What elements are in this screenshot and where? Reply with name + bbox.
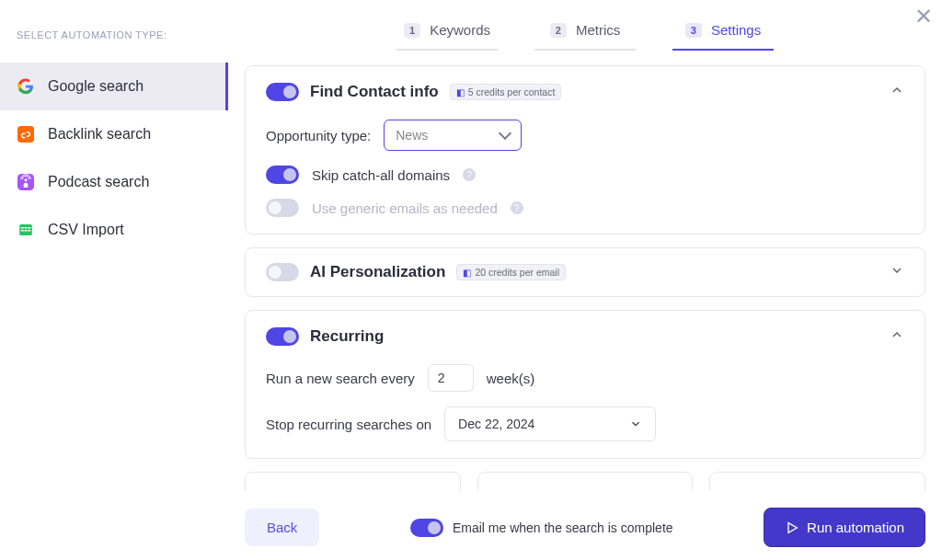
footer: Back Email me when the search is complet…	[245, 491, 925, 560]
svg-rect-4	[21, 227, 24, 229]
step-metrics[interactable]: 2 Metrics	[534, 15, 636, 51]
stepper: 1 Keywords 2 Metrics 3 Settings	[245, 0, 925, 60]
chevron-up-icon[interactable]	[890, 327, 904, 346]
sidebar-item-csv-import[interactable]: CSV Import	[0, 206, 228, 254]
run-every-input[interactable]	[428, 364, 474, 392]
step-label: Keywords	[430, 22, 490, 38]
credits-icon: ◧	[463, 268, 471, 278]
run-automation-button[interactable]: Run automation	[764, 508, 925, 547]
main-panel: ✕ 1 Keywords 2 Metrics 3 Settings Find C…	[228, 0, 942, 560]
step-number: 2	[550, 23, 567, 38]
toggle-generic-emails[interactable]	[266, 199, 299, 217]
step-label: Metrics	[576, 22, 620, 38]
step-label: Settings	[711, 22, 761, 38]
google-icon	[17, 77, 35, 96]
generic-emails-label: Use generic emails as needed	[312, 200, 498, 216]
stop-on-label: Stop recurring searches on	[266, 417, 431, 432]
step-settings[interactable]: 3 Settings	[672, 15, 774, 51]
toggle-email-complete[interactable]	[410, 519, 443, 537]
stop-date-select[interactable]: Dec 22, 2024	[444, 406, 656, 441]
toggle-ai-personalization[interactable]	[266, 263, 299, 281]
chevron-up-icon[interactable]	[890, 83, 904, 101]
sidebar-item-backlink-search[interactable]: Backlink search	[0, 110, 228, 158]
chevron-down-icon	[629, 417, 642, 430]
run-every-unit: week(s)	[487, 371, 535, 386]
sidebar-item-label: Backlink search	[48, 126, 151, 143]
toggle-recurring[interactable]	[266, 327, 299, 346]
additional-cards-row	[245, 472, 925, 491]
backlink-icon	[17, 125, 35, 143]
step-keywords[interactable]: 1 Keywords	[396, 15, 498, 51]
opportunity-type-select[interactable]: News	[384, 120, 522, 151]
card-recurring: Recurring Run a new search every week(s)…	[245, 310, 925, 459]
step-number: 3	[685, 23, 702, 38]
card-find-contact: Find Contact info ◧ 5 credits per contac…	[245, 65, 925, 234]
card-ai-personalization: AI Personalization ◧ 20 credits per emai…	[245, 247, 925, 297]
chevron-down-icon[interactable]	[890, 263, 904, 281]
card-title: AI Personalization	[310, 263, 445, 281]
sidebar-item-podcast-search[interactable]: Podcast search	[0, 158, 228, 206]
podcast-icon	[17, 173, 35, 191]
run-every-label: Run a new search every	[266, 371, 415, 386]
ghost-card[interactable]	[709, 472, 925, 491]
sidebar-item-label: Podcast search	[48, 174, 149, 190]
skip-catchall-label: Skip catch-all domains	[312, 167, 450, 183]
sidebar-item-google-search[interactable]: Google search	[0, 63, 228, 110]
csv-icon	[17, 221, 35, 239]
ghost-card[interactable]	[245, 472, 461, 491]
svg-rect-0	[17, 126, 34, 143]
email-complete-label: Email me when the search is complete	[453, 520, 673, 535]
sidebar-item-label: CSV Import	[48, 222, 124, 238]
back-button[interactable]: Back	[245, 509, 319, 546]
step-number: 1	[404, 23, 420, 38]
svg-rect-9	[28, 230, 30, 232]
card-title: Recurring	[310, 327, 384, 346]
opportunity-type-label: Opportunity type:	[266, 128, 371, 143]
toggle-skip-catchall[interactable]	[266, 166, 299, 184]
sidebar-title: SELECT AUTOMATION TYPE:	[0, 20, 228, 63]
svg-rect-6	[28, 227, 30, 229]
sidebar: SELECT AUTOMATION TYPE: Google search Ba…	[0, 0, 228, 560]
toggle-find-contact[interactable]	[266, 83, 299, 101]
ghost-card[interactable]	[477, 472, 694, 491]
email-on-complete-option: Email me when the search is complete	[410, 519, 673, 537]
card-title: Find Contact info	[310, 83, 439, 101]
svg-marker-10	[788, 522, 797, 532]
credits-badge: ◧ 5 credits per contact	[450, 84, 562, 100]
play-icon	[785, 520, 799, 535]
help-icon[interactable]: ?	[511, 201, 523, 214]
svg-point-2	[25, 178, 28, 181]
credits-icon: ◧	[456, 87, 465, 97]
settings-content: Find Contact info ◧ 5 credits per contac…	[245, 60, 925, 491]
help-icon[interactable]: ?	[463, 168, 476, 181]
svg-rect-7	[21, 230, 24, 232]
close-icon[interactable]: ✕	[914, 6, 933, 28]
sidebar-item-label: Google search	[48, 78, 144, 95]
svg-rect-8	[25, 230, 28, 232]
credits-badge: ◧ 20 credits per email	[456, 264, 566, 280]
svg-rect-5	[25, 227, 28, 229]
